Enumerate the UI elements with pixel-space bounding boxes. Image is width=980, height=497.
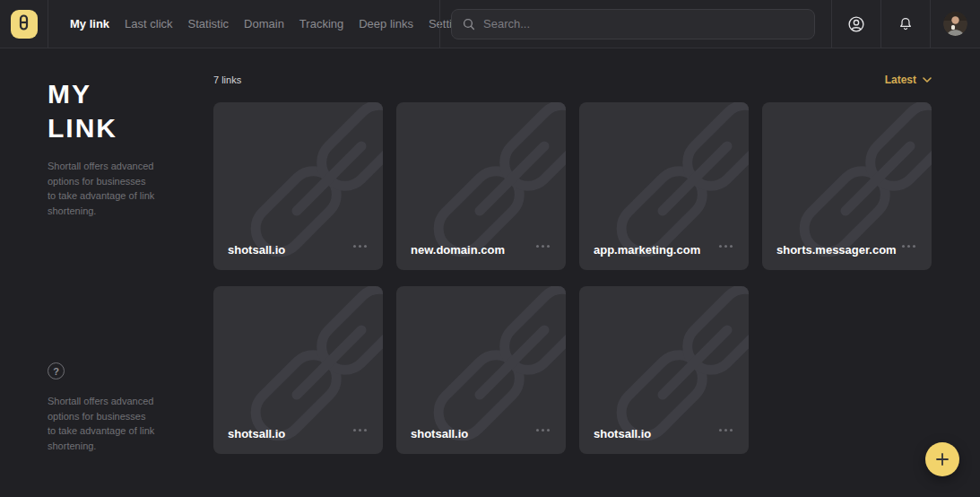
search-box [451,9,815,39]
main-nav: My link Last click Statistic Domain Trac… [48,0,439,48]
link-domain-label: shotsall.io [594,427,651,440]
nav-item-tracking[interactable]: Tracking [299,17,343,31]
toolbar: 7 links Latest [213,70,932,90]
account-icon [846,14,866,34]
link-card[interactable]: shotsall.io [213,286,383,454]
sort-label: Latest [885,74,916,86]
more-options-button[interactable] [715,241,736,251]
add-link-button[interactable] [925,442,959,476]
links-grid: shotsall.io [213,102,932,454]
link-domain-label: new.domain.com [411,243,505,257]
link-card[interactable]: shotsall.io [396,286,566,454]
page-body: MY LINK Shortall offers advanced options… [0,48,980,496]
search-area [440,0,831,48]
more-options-button[interactable] [350,425,370,435]
more-options-button[interactable] [350,241,370,251]
nav-item-domain[interactable]: Domain [244,17,284,31]
chevron-down-icon [923,77,932,83]
page-title: MY LINK [48,77,188,144]
more-options-button[interactable] [898,241,919,251]
link-domain-label: shorts.messager.com [776,243,897,257]
link-card[interactable]: shorts.messager.com [762,102,932,270]
help-icon[interactable]: ? [48,362,65,379]
nav-item-my-link[interactable]: My link [70,17,109,31]
link-domain-label: shotsall.io [228,427,285,440]
bell-icon [897,15,915,33]
notifications-button[interactable] [881,0,930,48]
main-content: 7 links Latest [213,48,980,496]
links-count: 7 links [213,74,241,85]
link-domain-label: shotsall.io [411,427,468,440]
more-options-button[interactable] [715,425,736,435]
nav-item-statistic[interactable]: Statistic [188,17,230,31]
nav-item-last-click[interactable]: Last click [125,17,172,31]
link-card[interactable]: shotsall.io [579,286,749,454]
more-options-button[interactable] [533,241,553,251]
link-card[interactable]: shotsall.io [213,102,383,270]
profile-menu[interactable] [931,0,980,48]
link-card[interactable]: app.marketing.com [579,102,749,270]
header: My link Last click Statistic Domain Trac… [0,0,980,48]
chain-link-icon [17,14,30,34]
sidebar-description: Shortall offers advanced options for bus… [48,159,155,218]
avatar [943,12,967,36]
link-card[interactable]: new.domain.com [396,102,566,270]
logo-button[interactable] [11,10,38,39]
page-title-line2: LINK [48,111,188,145]
search-icon [463,18,475,31]
link-domain-label: app.marketing.com [594,243,700,257]
help-block: ? Shortall offers advanced options for b… [48,362,188,453]
sort-dropdown[interactable]: Latest [885,74,932,86]
account-button[interactable] [832,0,880,48]
app-window: My link Last click Statistic Domain Trac… [0,0,980,497]
search-input[interactable] [483,17,803,31]
sidebar: MY LINK Shortall offers advanced options… [0,48,213,496]
more-options-button[interactable] [533,425,553,435]
plus-icon [935,452,950,466]
help-description: Shortall offers advanced options for bus… [48,394,155,453]
logo-cell [0,0,48,48]
link-domain-label: shotsall.io [228,243,285,257]
nav-item-deep-links[interactable]: Deep links [359,17,413,31]
page-title-line1: MY [48,77,188,111]
